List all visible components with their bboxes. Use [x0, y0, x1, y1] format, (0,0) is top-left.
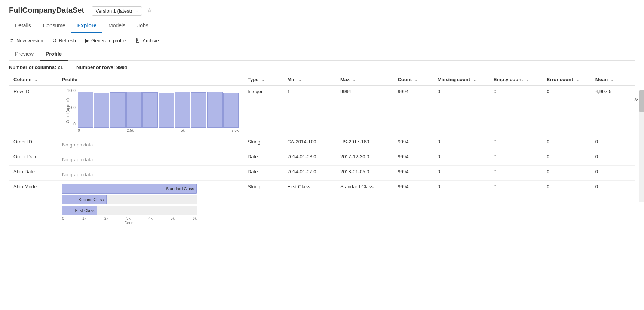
version-label: Version 1 (latest) — [96, 8, 132, 14]
histogram-bar — [175, 92, 190, 128]
cell-error-count-0: 0 — [542, 86, 591, 136]
histogram-bar — [142, 92, 158, 128]
cell-max-3: 2018-01-05 0... — [336, 166, 393, 181]
cell-profile-2: No graph data. — [58, 151, 243, 166]
cell-empty-count-1: 0 — [489, 136, 542, 151]
table-row: Ship DateNo graph data.Date2014-01-07 0.… — [9, 166, 635, 181]
th-missing-count[interactable]: Missing count ⌄ — [433, 74, 489, 86]
cell-mean-0: 4,997.5 — [591, 86, 635, 136]
histogram-bar — [110, 92, 125, 128]
data-table-scroll[interactable]: Column ⌄ Profile Type ⌄ Min ⌄ — [9, 74, 635, 228]
subtab-preview[interactable]: Preview — [9, 48, 40, 61]
th-empty-count[interactable]: Empty count ⌄ — [489, 74, 542, 86]
cell-column-0: Row ID — [9, 86, 58, 136]
th-count[interactable]: Count ⌄ — [393, 74, 433, 86]
cell-max-1: US-2017-169... — [336, 136, 393, 151]
dataset-title: FullCompanyDataSet — [9, 6, 84, 15]
cell-column-2: Order Date — [9, 151, 58, 166]
cell-missing-count-2: 0 — [433, 151, 489, 166]
sort-icon-min: ⌄ — [298, 78, 301, 82]
profile-table: Column ⌄ Profile Type ⌄ Min ⌄ — [9, 74, 635, 228]
cell-column-1: Order ID — [9, 136, 58, 151]
cell-empty-count-0: 0 — [489, 86, 542, 136]
cell-empty-count-4: 0 — [489, 181, 542, 228]
cell-max-4: Standard Class — [336, 181, 393, 228]
meta-info: Number of columns: 21 Number of rows: 99… — [9, 61, 635, 74]
star-button[interactable]: ☆ — [147, 6, 153, 15]
archive-button[interactable]: 🗄 Archive — [135, 37, 159, 43]
refresh-button[interactable]: ↺ Refresh — [52, 37, 76, 43]
histogram-bar — [126, 92, 142, 128]
cell-max-0: 9994 — [336, 86, 393, 136]
th-mean-label: Mean — [595, 77, 608, 82]
sort-icon-max: ⌄ — [353, 78, 356, 82]
histogram-bar — [207, 92, 223, 128]
bar-chart-xlabel: Count — [62, 221, 197, 225]
th-column[interactable]: Column ⌄ — [9, 74, 58, 86]
cell-profile-3: No graph data. — [58, 166, 243, 181]
sort-icon-missing: ⌄ — [473, 78, 476, 82]
cell-missing-count-1: 0 — [433, 136, 489, 151]
histogram-bar — [94, 93, 109, 128]
th-profile: Profile — [58, 74, 243, 86]
cell-type-4: String — [243, 181, 283, 228]
th-mean[interactable]: Mean ⌄ — [591, 74, 635, 86]
th-type-label: Type — [248, 77, 258, 82]
version-selector[interactable]: Version 1 (latest) ⌄ — [92, 6, 142, 16]
cell-column-4: Ship Mode — [9, 181, 58, 228]
bar-chart-wrap: Standard ClassSecond ClassFirst Class01k… — [62, 184, 239, 225]
th-count-label: Count — [398, 77, 412, 82]
tab-jobs[interactable]: Jobs — [131, 19, 154, 33]
cell-min-1: CA-2014-100... — [283, 136, 336, 151]
sort-icon-error: ⌄ — [576, 78, 579, 82]
cell-min-2: 2014-01-03 0... — [283, 151, 336, 166]
cell-empty-count-2: 0 — [489, 151, 542, 166]
collapse-panel-button[interactable]: » — [634, 95, 638, 103]
cell-column-3: Ship Date — [9, 166, 58, 181]
scrollbar[interactable] — [639, 90, 644, 202]
cell-count-3: 9994 — [393, 166, 433, 181]
subtab-profile[interactable]: Profile — [40, 48, 68, 61]
th-error-count-label: Error count — [546, 77, 573, 82]
sort-icon-column: ⌄ — [34, 78, 37, 82]
th-profile-label: Profile — [62, 77, 77, 82]
th-empty-count-label: Empty count — [494, 77, 523, 82]
tab-consume[interactable]: Consume — [37, 19, 71, 33]
new-version-label: New version — [16, 38, 43, 43]
refresh-icon: ↺ — [52, 37, 57, 43]
cell-max-2: 2017-12-30 0... — [336, 151, 393, 166]
table-header-row: Column ⌄ Profile Type ⌄ Min ⌄ — [9, 74, 635, 86]
new-version-button[interactable]: 🗎 New version — [9, 37, 43, 43]
sort-icon-count: ⌄ — [415, 78, 418, 82]
table-row: Row IDCount (approx)1000500002.5k5k7.5kI… — [9, 86, 635, 136]
bar-chart-row: Second Class — [62, 195, 239, 204]
toolbar: 🗎 New version ↺ Refresh ▶ Generate profi… — [0, 33, 644, 48]
tab-explore[interactable]: Explore — [71, 19, 102, 33]
cell-missing-count-4: 0 — [433, 181, 489, 228]
scrollbar-thumb[interactable] — [639, 90, 644, 112]
cell-min-0: 1 — [283, 86, 336, 136]
tab-details[interactable]: Details — [9, 19, 37, 33]
th-max[interactable]: Max ⌄ — [336, 74, 393, 86]
th-error-count[interactable]: Error count ⌄ — [542, 74, 591, 86]
cell-count-2: 9994 — [393, 151, 433, 166]
cell-count-4: 9994 — [393, 181, 433, 228]
cell-min-3: 2014-01-07 0... — [283, 166, 336, 181]
generate-profile-button[interactable]: ▶ Generate profile — [85, 37, 126, 43]
cell-error-count-3: 0 — [542, 166, 591, 181]
no-graph-label: No graph data. — [62, 169, 239, 177]
cell-mean-3: 0 — [591, 166, 635, 181]
th-min[interactable]: Min ⌄ — [283, 74, 336, 86]
tab-models[interactable]: Models — [102, 19, 131, 33]
sort-icon-mean: ⌄ — [611, 78, 614, 82]
cell-count-0: 9994 — [393, 86, 433, 136]
cell-error-count-2: 0 — [542, 151, 591, 166]
th-max-label: Max — [340, 77, 350, 82]
content-area: Preview Profile Number of columns: 21 Nu… — [0, 48, 644, 228]
refresh-label: Refresh — [59, 38, 76, 43]
cell-type-2: Date — [243, 151, 283, 166]
generate-profile-icon: ▶ — [85, 37, 89, 43]
th-type[interactable]: Type ⌄ — [243, 74, 283, 86]
cell-missing-count-0: 0 — [433, 86, 489, 136]
cell-missing-count-3: 0 — [433, 166, 489, 181]
